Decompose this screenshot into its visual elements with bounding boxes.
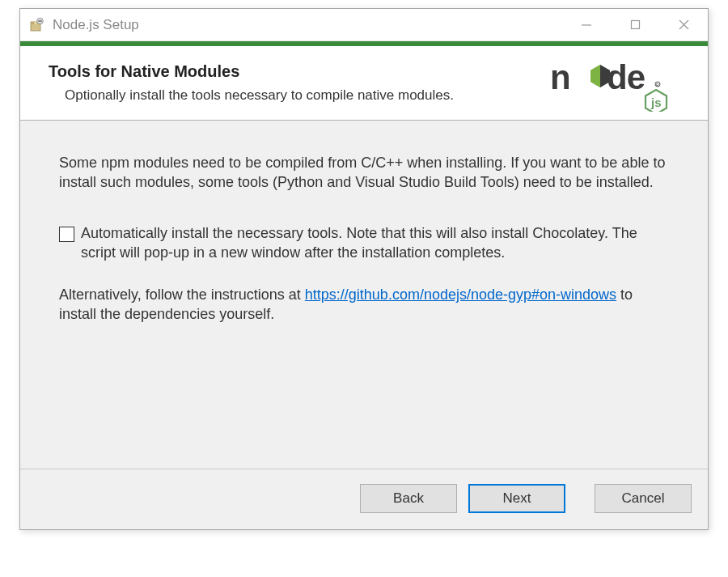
svg-rect-7 bbox=[631, 21, 639, 29]
maximize-button[interactable] bbox=[611, 9, 659, 40]
back-button[interactable]: Back bbox=[360, 484, 457, 513]
header-text-block: Tools for Native Modules Optionally inst… bbox=[49, 62, 550, 104]
cancel-button[interactable]: Cancel bbox=[595, 484, 692, 513]
svg-text:R: R bbox=[656, 82, 659, 87]
node-logo: n de R js bbox=[550, 53, 692, 113]
content-area: Some npm modules need to be compiled fro… bbox=[20, 121, 708, 469]
header-section: Tools for Native Modules Optionally inst… bbox=[20, 46, 708, 121]
installer-window: Node.js Setup Tools for Native Modules O… bbox=[19, 8, 709, 530]
intro-paragraph: Some npm modules need to be compiled fro… bbox=[59, 153, 669, 193]
auto-install-option: Automatically install the necessary tool… bbox=[59, 223, 669, 263]
close-button[interactable] bbox=[659, 9, 708, 40]
svg-marker-14 bbox=[590, 65, 600, 87]
auto-install-label[interactable]: Automatically install the necessary tool… bbox=[81, 223, 669, 263]
svg-point-5 bbox=[39, 19, 41, 22]
svg-text:de: de bbox=[607, 58, 645, 96]
window-title: Node.js Setup bbox=[53, 17, 562, 33]
installer-icon bbox=[28, 17, 44, 33]
auto-install-checkbox[interactable] bbox=[59, 227, 74, 242]
svg-text:n: n bbox=[550, 58, 570, 96]
alt-prefix: Alternatively, follow the instructions a… bbox=[59, 286, 305, 303]
page-title: Tools for Native Modules bbox=[49, 62, 550, 81]
minimize-button[interactable] bbox=[562, 9, 611, 40]
titlebar: Node.js Setup bbox=[20, 9, 708, 41]
next-button[interactable]: Next bbox=[468, 484, 565, 513]
footer-button-bar: Back Next Cancel bbox=[20, 469, 708, 529]
svg-text:js: js bbox=[650, 95, 662, 109]
svg-rect-2 bbox=[35, 22, 37, 24]
window-controls bbox=[562, 9, 708, 40]
node-gyp-link[interactable]: https://github.com/nodejs/node-gyp#on-wi… bbox=[305, 286, 616, 303]
alternative-instructions: Alternatively, follow the instructions a… bbox=[59, 285, 669, 325]
page-subtitle: Optionally install the tools necessary t… bbox=[49, 87, 550, 104]
